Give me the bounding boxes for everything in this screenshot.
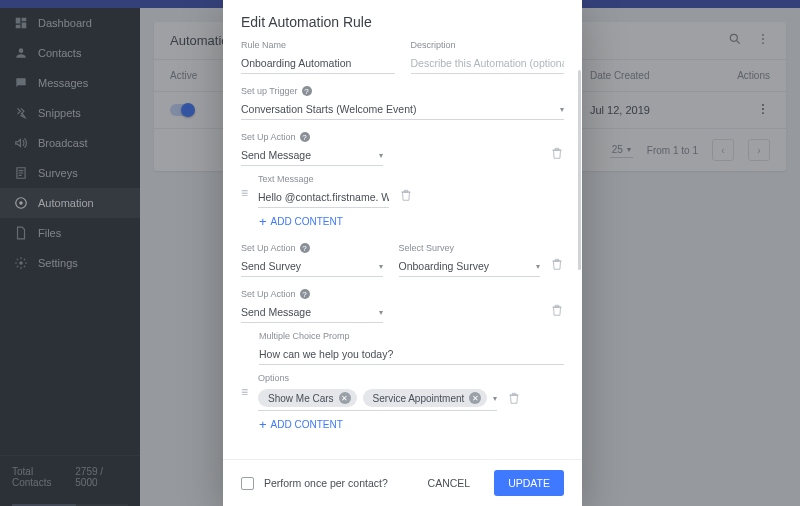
- scrollbar[interactable]: [578, 70, 581, 459]
- rule-name-label: Rule Name: [241, 40, 395, 50]
- drag-handle-icon[interactable]: ≡: [241, 373, 248, 399]
- chip-remove-icon[interactable]: ✕: [469, 392, 481, 404]
- update-button[interactable]: UPDATE: [494, 470, 564, 496]
- rule-name-input[interactable]: [241, 53, 395, 74]
- caret-down-icon: ▾: [493, 394, 497, 403]
- modal-title: Edit Automation Rule: [223, 0, 582, 40]
- edit-automation-modal: Edit Automation Rule Rule Name Descripti…: [223, 0, 582, 506]
- chip: Show Me Cars✕: [258, 389, 357, 407]
- cancel-button[interactable]: CANCEL: [414, 470, 485, 496]
- chip-remove-icon[interactable]: ✕: [339, 392, 351, 404]
- action3-select[interactable]: Send Message▾: [241, 302, 383, 323]
- mc-prompt-input[interactable]: [259, 344, 564, 365]
- action-label: Set Up Action: [241, 289, 296, 299]
- perform-once-label: Perform once per contact?: [264, 477, 404, 489]
- mc-prompt-label: Multiple Choice Promp: [259, 331, 564, 341]
- trash-icon[interactable]: [550, 257, 564, 277]
- plus-icon: +: [259, 214, 267, 229]
- trigger-select[interactable]: Conversation Starts (Welcome Event)▾: [241, 99, 564, 120]
- chip: Service Appointment✕: [363, 389, 488, 407]
- options-chips[interactable]: Show Me Cars✕ Service Appointment✕ ▾: [258, 386, 497, 411]
- caret-down-icon: ▾: [379, 262, 383, 271]
- description-label: Description: [411, 40, 565, 50]
- caret-down-icon: ▾: [379, 308, 383, 317]
- select-survey-label: Select Survey: [399, 243, 541, 253]
- help-icon[interactable]: ?: [300, 243, 310, 253]
- description-input[interactable]: [411, 53, 565, 74]
- help-icon[interactable]: ?: [300, 132, 310, 142]
- action-label: Set Up Action: [241, 132, 296, 142]
- perform-once-checkbox[interactable]: [241, 477, 254, 490]
- trash-icon[interactable]: [550, 303, 564, 323]
- trash-icon[interactable]: [507, 391, 521, 411]
- trigger-label: Set up Trigger: [241, 86, 298, 96]
- plus-icon: +: [259, 417, 267, 432]
- caret-down-icon: ▾: [560, 105, 564, 114]
- help-icon[interactable]: ?: [300, 289, 310, 299]
- modal-footer: Perform once per contact? CANCEL UPDATE: [223, 459, 582, 506]
- action1-select[interactable]: Send Message▾: [241, 145, 383, 166]
- help-icon[interactable]: ?: [302, 86, 312, 96]
- options-label: Options: [258, 373, 497, 383]
- caret-down-icon: ▾: [379, 151, 383, 160]
- add-content-button[interactable]: +ADD CONTENT: [259, 214, 564, 229]
- text-message-input[interactable]: [258, 187, 389, 208]
- caret-down-icon: ▾: [536, 262, 540, 271]
- action2-select[interactable]: Send Survey▾: [241, 256, 383, 277]
- add-content-button[interactable]: +ADD CONTENT: [259, 417, 564, 432]
- trash-icon[interactable]: [550, 146, 564, 166]
- survey-select[interactable]: Onboarding Survey▾: [399, 256, 541, 277]
- modal-body: Rule Name Description Set up Trigger? Co…: [223, 40, 582, 459]
- drag-handle-icon[interactable]: ≡: [241, 174, 248, 200]
- text-message-label: Text Message: [258, 174, 389, 184]
- action-label: Set Up Action: [241, 243, 296, 253]
- trash-icon[interactable]: [399, 188, 413, 208]
